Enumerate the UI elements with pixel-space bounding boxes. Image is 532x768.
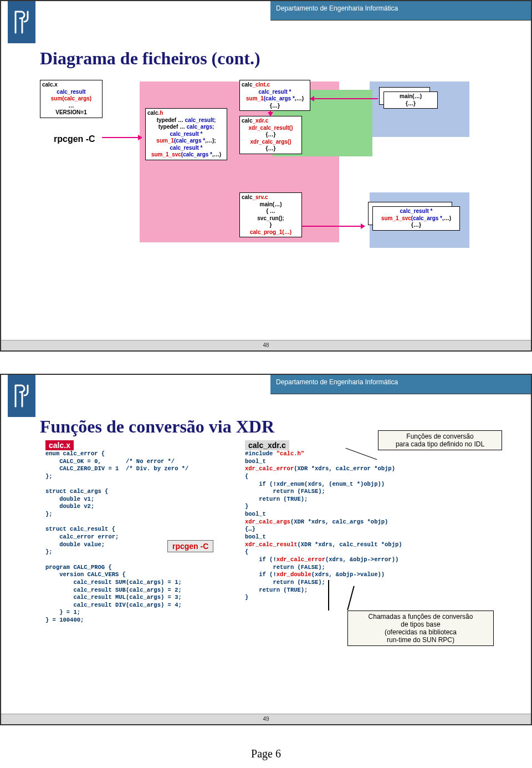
box-title: calc_srv.c — [242, 194, 300, 201]
diagram: calc.x calc_result sum(calc_args) … VERS… — [40, 82, 509, 328]
txt: {…} — [242, 145, 300, 152]
arrow — [311, 98, 378, 99]
slide-title: Diagrama de ficheiros (cont.) — [40, 48, 260, 69]
txt: VERSION=1 — [42, 109, 100, 116]
box-calc-srv: calc_srv.c main(…) { … svc_run(); } calc… — [239, 192, 302, 237]
box-server-impl: calc_result * sum_1_svc(calc_args *,…) {… — [372, 206, 460, 231]
ist-logo — [8, 375, 35, 417]
header-dept: Departamento de Engenharia Informática — [270, 375, 531, 394]
txt: calc_prog_1(…) — [242, 229, 300, 236]
arrow — [102, 137, 141, 138]
box-main-client: main(…) {…} — [383, 91, 438, 109]
callout-top: Funções de conversãopara cada tipo defin… — [378, 430, 502, 450]
slide2-content: calc.x enum calc_error { CALC_OK = 0, /*… — [34, 419, 514, 708]
page-number-italic: 6 — [0, 766, 532, 768]
slide-number: 49 — [1, 714, 531, 724]
header-dept: Departamento de Engenharia Informática — [270, 1, 531, 21]
box-calc-xdr: calc_xdr.c xdr_calc_result() {…} xdr_cal… — [239, 116, 302, 154]
calcx-code: enum calc_error { CALC_OK = 0, /* No err… — [45, 450, 188, 624]
xdrc-block: calc_xdr.c #include "calc.h" bool_t xdr_… — [245, 440, 402, 602]
ist-logo — [8, 1, 35, 43]
page-label: Page 6 — [0, 747, 532, 760]
slide-number: 48 — [1, 340, 531, 350]
box-calc-clnt: calc_clnt.c calc_result * sum_1(calc_arg… — [239, 80, 310, 111]
txt: main(…) — [386, 93, 436, 100]
txt: sum(calc_args) — [51, 95, 91, 101]
xdrc-title: calc_xdr.c — [245, 440, 289, 450]
box-title: calc_xdr.c — [242, 118, 300, 125]
callout-bottom: Chamadas a funções de conversãode tipos … — [347, 611, 494, 646]
txt: { … — [242, 208, 300, 215]
rpcgen-label: rpcgen -C — [54, 134, 95, 144]
txt: calc_result * — [242, 89, 308, 96]
txt: svc_run(); — [242, 215, 300, 222]
txt: {…} — [375, 222, 458, 229]
box-calc-x-title: calc.x — [42, 82, 100, 89]
rpcgen-button: rpcgen -C — [167, 540, 213, 552]
txt: calc_result * — [147, 131, 225, 138]
txt: {…} — [242, 131, 300, 139]
txt: xdr_calc_args() — [242, 139, 300, 146]
box-calc-h: calc.h typedef … calc_result; typedef … … — [145, 108, 227, 160]
txt: … — [42, 103, 100, 110]
arrow — [301, 226, 364, 227]
txt: calc_result — [42, 89, 100, 96]
callout-line — [328, 580, 329, 611]
calcx-title: calc.x — [45, 440, 74, 450]
txt: main(…) — [242, 201, 300, 208]
txt: {…} — [242, 103, 308, 110]
box-title: calc.h — [147, 110, 225, 117]
txt: calc_result * — [375, 208, 458, 215]
xdrc-code: #include "calc.h" bool_t xdr_calc_error(… — [245, 450, 402, 602]
slide-1: Departamento de Engenharia Informática D… — [0, 0, 532, 352]
txt: } — [242, 222, 300, 229]
slide-2: Departamento de Engenharia Informática F… — [0, 374, 532, 725]
calcx-block: calc.x enum calc_error { CALC_OK = 0, /*… — [45, 440, 188, 624]
txt: {…} — [386, 100, 436, 108]
box-title: calc_clnt.c — [242, 82, 308, 89]
txt: calc_result * — [147, 145, 225, 152]
box-calc-x: calc.x calc_result sum(calc_args) … VERS… — [40, 80, 103, 118]
txt: xdr_calc_result() — [242, 125, 300, 132]
